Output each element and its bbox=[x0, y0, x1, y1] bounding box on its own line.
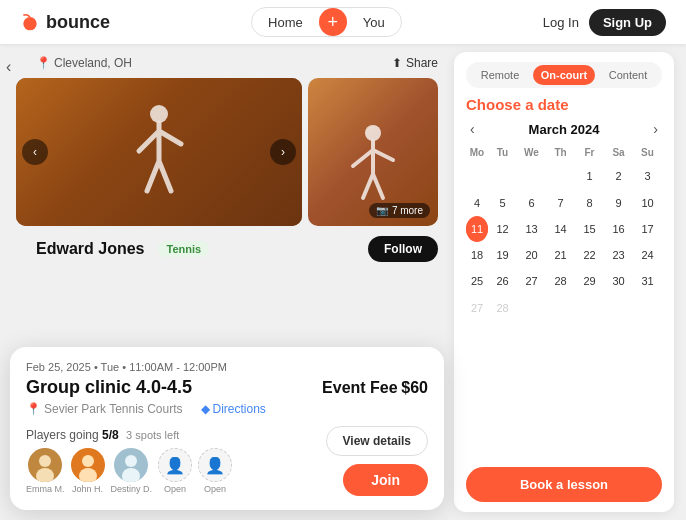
cal-day-2[interactable]: 2 bbox=[604, 162, 633, 190]
cal-day-6[interactable]: 6 bbox=[517, 190, 546, 216]
next-photo-button[interactable]: › bbox=[270, 139, 296, 165]
prev-month-button[interactable]: ‹ bbox=[466, 121, 479, 137]
cal-week-6: 27 28 bbox=[466, 294, 662, 322]
cal-day-13[interactable]: 13 bbox=[517, 216, 546, 242]
prev-photo-button[interactable]: ‹ bbox=[22, 139, 48, 165]
calendar-header: ‹ March 2024 › bbox=[466, 121, 662, 137]
fee-amount: $60 bbox=[401, 379, 428, 396]
login-button[interactable]: Log In bbox=[543, 15, 579, 30]
cal-day-15[interactable]: 15 bbox=[575, 216, 604, 242]
cal-week-3: 11 12 13 14 15 16 17 bbox=[466, 216, 662, 242]
cal-day-1[interactable]: 1 bbox=[575, 162, 604, 190]
cal-day-28b[interactable]: 28 bbox=[488, 294, 517, 322]
signup-button[interactable]: Sign Up bbox=[589, 9, 666, 36]
tab-on-court[interactable]: On-court bbox=[533, 65, 595, 85]
nav-you[interactable]: You bbox=[347, 9, 401, 36]
player-avatar-open-1: 👤 Open bbox=[158, 448, 192, 494]
event-title: Group clinic 4.0-4.5 bbox=[26, 377, 192, 398]
cal-day-8[interactable]: 8 bbox=[575, 190, 604, 216]
cal-day-21[interactable]: 21 bbox=[546, 242, 575, 268]
cal-day-26[interactable]: 26 bbox=[488, 268, 517, 294]
fee-label: Event Fee bbox=[322, 379, 398, 396]
location-text: 📍 Cleveland, OH bbox=[36, 56, 132, 70]
avatar-circle-2 bbox=[71, 448, 105, 482]
svg-point-1 bbox=[150, 105, 168, 123]
cal-day-25[interactable]: 25 bbox=[466, 268, 488, 294]
cal-day-7[interactable]: 7 bbox=[546, 190, 575, 216]
avatar-img-3 bbox=[114, 448, 148, 482]
players-label: Players going bbox=[26, 428, 99, 442]
open-label-2: Open bbox=[204, 484, 226, 494]
main-area: ‹ 📍 Cleveland, OH ⬆ Share bbox=[0, 44, 686, 520]
nav-center: Home + You bbox=[110, 7, 543, 37]
cal-day-empty-end bbox=[633, 294, 662, 322]
cal-day-11-today[interactable]: 11 bbox=[466, 216, 488, 242]
cal-day-29[interactable]: 29 bbox=[575, 268, 604, 294]
cal-day-27b[interactable]: 27 bbox=[466, 294, 488, 322]
tab-content[interactable]: Content bbox=[597, 65, 659, 85]
choose-date-label: Choose a date bbox=[466, 96, 662, 113]
players-info: Players going 5/8 3 spots left bbox=[26, 428, 232, 494]
avatar-circle-3 bbox=[114, 448, 148, 482]
location-pin-small-icon: 📍 bbox=[26, 402, 41, 416]
player-avatar-2: John H. bbox=[71, 448, 105, 494]
spots-left: 3 spots left bbox=[126, 429, 179, 441]
cal-day-20[interactable]: 20 bbox=[517, 242, 546, 268]
cal-day-9[interactable]: 9 bbox=[604, 190, 633, 216]
cal-day-23[interactable]: 23 bbox=[604, 242, 633, 268]
svg-point-2 bbox=[365, 125, 381, 141]
event-title-row: Group clinic 4.0-4.5 Event Fee $60 bbox=[26, 377, 428, 398]
svg-point-7 bbox=[125, 455, 137, 467]
day-header-sa: Sa bbox=[604, 145, 633, 162]
player-avatar-3: Destiny D. bbox=[111, 448, 153, 494]
instructor-info: Edward Jones Tennis bbox=[36, 240, 209, 258]
cal-day-19[interactable]: 19 bbox=[488, 242, 517, 268]
cal-day-18[interactable]: 18 bbox=[466, 242, 488, 268]
player-avatar-1: Emma M. bbox=[26, 448, 65, 494]
directions-label: Directions bbox=[213, 402, 266, 416]
photo-bg-1 bbox=[16, 78, 302, 226]
location-pin-icon: 📍 bbox=[36, 56, 51, 70]
logo-icon bbox=[20, 12, 40, 32]
photo-main: ‹ › bbox=[16, 78, 302, 226]
photo-strip: ‹ › 📷 7 more bbox=[16, 78, 438, 226]
cal-day-28[interactable]: 28 bbox=[546, 268, 575, 294]
cal-day-14[interactable]: 14 bbox=[546, 216, 575, 242]
player-avatar-open-2: 👤 Open bbox=[198, 448, 232, 494]
cal-week-4: 18 19 20 21 22 23 24 bbox=[466, 242, 662, 268]
directions-link[interactable]: ◆ Directions bbox=[201, 402, 266, 416]
cal-day-3[interactable]: 3 bbox=[633, 162, 662, 190]
event-location-row: 📍 Sevier Park Tennis Courts ◆ Directions bbox=[26, 402, 428, 416]
open-icon-1: 👤 bbox=[165, 456, 185, 475]
cal-day-16[interactable]: 16 bbox=[604, 216, 633, 242]
cal-day-31[interactable]: 31 bbox=[633, 268, 662, 294]
nav-plus-button[interactable]: + bbox=[319, 8, 347, 36]
nav-home[interactable]: Home bbox=[252, 9, 319, 36]
view-details-button[interactable]: View details bbox=[326, 426, 428, 456]
next-month-button[interactable]: › bbox=[649, 121, 662, 137]
share-button[interactable]: ⬆ Share bbox=[392, 56, 438, 70]
cal-day-17[interactable]: 17 bbox=[633, 216, 662, 242]
cal-day-30[interactable]: 30 bbox=[604, 268, 633, 294]
cal-day-10[interactable]: 10 bbox=[633, 190, 662, 216]
cal-day-5[interactable]: 5 bbox=[488, 190, 517, 216]
cal-day-22[interactable]: 22 bbox=[575, 242, 604, 268]
event-time: 11:00AM - 12:00PM bbox=[129, 361, 227, 373]
cal-day-12[interactable]: 12 bbox=[488, 216, 517, 242]
cal-day-4[interactable]: 4 bbox=[466, 190, 488, 216]
navbar: bounce Home + You Log In Sign Up bbox=[0, 0, 686, 44]
cal-day-27[interactable]: 27 bbox=[517, 268, 546, 294]
sport-tag: Tennis bbox=[158, 241, 209, 257]
follow-button[interactable]: Follow bbox=[368, 236, 438, 262]
svg-point-6 bbox=[79, 468, 97, 482]
book-lesson-button[interactable]: Book a lesson bbox=[466, 467, 662, 502]
instructor-row: Edward Jones Tennis Follow bbox=[16, 236, 438, 262]
svg-point-0 bbox=[23, 17, 36, 30]
player-name-2: John H. bbox=[72, 484, 103, 494]
cal-day-24[interactable]: 24 bbox=[633, 242, 662, 268]
join-button[interactable]: Join bbox=[343, 464, 428, 496]
avatars-row: Emma M. John H. bbox=[26, 448, 232, 494]
avatar-open-2: 👤 bbox=[198, 448, 232, 482]
back-button[interactable]: ‹ bbox=[6, 58, 11, 76]
tab-remote[interactable]: Remote bbox=[469, 65, 531, 85]
